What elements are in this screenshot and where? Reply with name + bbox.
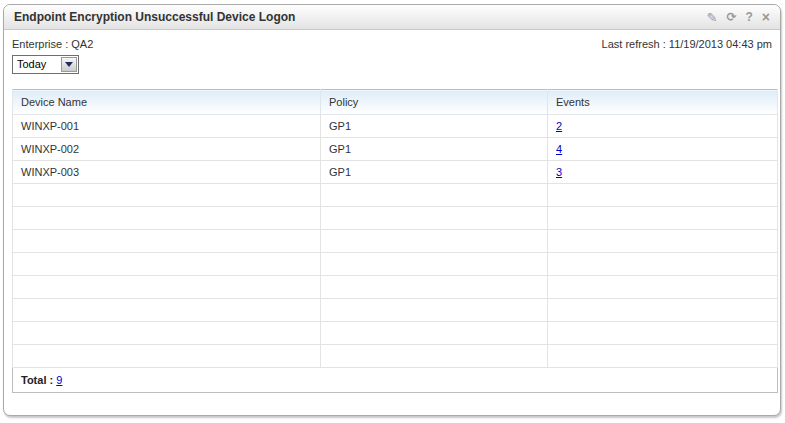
total-cell: Total : 9 <box>13 368 778 393</box>
table-header-row: Device Name Policy Events <box>13 90 778 115</box>
empty-cell <box>13 322 321 345</box>
total-label: Total : <box>21 374 53 386</box>
policy-cell: GP1 <box>321 115 548 138</box>
events-cell: 4 <box>548 138 778 161</box>
events-cell: 3 <box>548 161 778 184</box>
empty-cell <box>13 345 321 368</box>
empty-cell <box>321 299 548 322</box>
time-range-select[interactable]: Today <box>12 55 79 74</box>
events-count-link[interactable]: 2 <box>556 120 562 132</box>
device-name-cell: WINXP-002 <box>13 138 321 161</box>
empty-cell <box>13 184 321 207</box>
policy-cell: GP1 <box>321 138 548 161</box>
empty-cell <box>321 322 548 345</box>
empty-cell <box>548 230 778 253</box>
table-row-empty <box>13 184 778 207</box>
widget-title: Endpoint Encryption Unsuccessful Device … <box>14 10 295 24</box>
empty-cell <box>321 345 548 368</box>
empty-cell <box>13 230 321 253</box>
device-name-cell: WINXP-003 <box>13 161 321 184</box>
col-header-policy[interactable]: Policy <box>321 90 548 115</box>
widget-panel: Endpoint Encryption Unsuccessful Device … <box>3 4 781 416</box>
time-range-value: Today <box>17 58 46 70</box>
table-body: WINXP-001 GP1 2 WINXP-002 GP1 4 WINXP-00… <box>13 115 778 368</box>
widget-content: Enterprise : QA2 Last refresh : 11/19/20… <box>4 30 780 393</box>
table-row: WINXP-002 GP1 4 <box>13 138 778 161</box>
empty-cell <box>13 253 321 276</box>
table-row-empty <box>13 276 778 299</box>
empty-cell <box>548 253 778 276</box>
table-row-empty <box>13 230 778 253</box>
empty-cell <box>13 207 321 230</box>
table-row: WINXP-003 GP1 3 <box>13 161 778 184</box>
chevron-down-icon <box>65 62 73 67</box>
table-total-row: Total : 9 <box>13 368 778 393</box>
table-row-empty <box>13 299 778 322</box>
titlebar-icons: ✎ ⟳ ? × <box>707 10 771 24</box>
events-cell: 2 <box>548 115 778 138</box>
refresh-icon[interactable]: ⟳ <box>726 11 736 23</box>
empty-cell <box>321 184 548 207</box>
total-count-link[interactable]: 9 <box>56 374 62 386</box>
empty-cell <box>548 207 778 230</box>
empty-cell <box>548 322 778 345</box>
widget-titlebar: Endpoint Encryption Unsuccessful Device … <box>4 5 780 30</box>
dropdown-button[interactable] <box>61 57 77 72</box>
close-icon[interactable]: × <box>762 10 770 24</box>
empty-cell <box>321 276 548 299</box>
table-row: WINXP-001 GP1 2 <box>13 115 778 138</box>
help-icon[interactable]: ? <box>745 11 752 23</box>
last-refresh-label: Last refresh : 11/19/2013 04:43 pm <box>602 38 772 50</box>
empty-cell <box>321 207 548 230</box>
empty-cell <box>548 299 778 322</box>
edit-icon[interactable]: ✎ <box>707 11 718 24</box>
events-table: Device Name Policy Events WINXP-001 GP1 … <box>12 89 778 393</box>
empty-cell <box>321 253 548 276</box>
empty-cell <box>321 230 548 253</box>
empty-cell <box>548 345 778 368</box>
table-row-empty <box>13 253 778 276</box>
events-count-link[interactable]: 4 <box>556 143 562 155</box>
device-name-cell: WINXP-001 <box>13 115 321 138</box>
empty-cell <box>13 276 321 299</box>
policy-cell: GP1 <box>321 161 548 184</box>
empty-cell <box>548 276 778 299</box>
table-row-empty <box>13 345 778 368</box>
empty-cell <box>13 299 321 322</box>
table-row-empty <box>13 322 778 345</box>
events-count-link[interactable]: 3 <box>556 166 562 178</box>
col-header-device-name[interactable]: Device Name <box>13 90 321 115</box>
empty-cell <box>548 184 778 207</box>
col-header-events[interactable]: Events <box>548 90 778 115</box>
table-row-empty <box>13 207 778 230</box>
